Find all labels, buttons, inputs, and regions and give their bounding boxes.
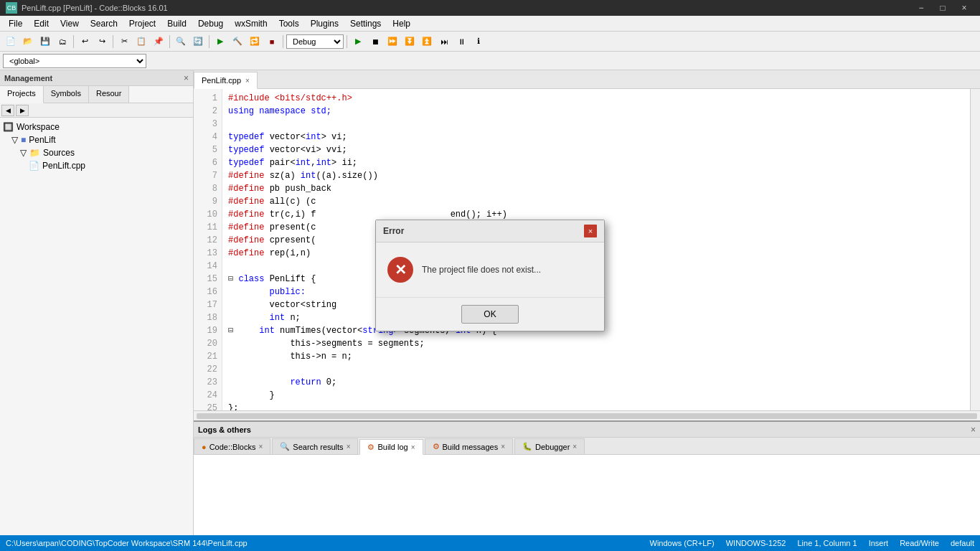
- dialog-overlay: Error × ✕ The project file does not exis…: [0, 0, 980, 551]
- dialog-ok-button[interactable]: OK: [461, 305, 519, 324]
- dialog-footer: OK: [376, 297, 604, 331]
- dialog-titlebar: Error ×: [376, 220, 604, 242]
- dialog-body: ✕ The project file does not exist...: [376, 242, 604, 297]
- error-icon: ✕: [387, 257, 413, 283]
- error-dialog: Error × ✕ The project file does not exis…: [375, 220, 605, 331]
- dialog-title: Error: [383, 226, 404, 236]
- dialog-close-button[interactable]: ×: [584, 225, 597, 237]
- dialog-message: The project file does not exist...: [422, 265, 541, 275]
